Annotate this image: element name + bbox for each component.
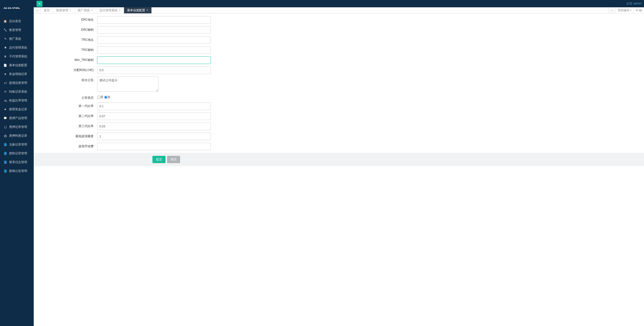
sidebar-toggle-button[interactable]: ≡ <box>36 1 43 7</box>
welcome-user[interactable]: admin <box>633 2 641 5</box>
header: ≡ 欢迎 admin <box>0 0 644 7</box>
welcome-prefix: 欢迎 <box>626 2 633 5</box>
welcome-text: 欢迎 admin <box>626 2 641 6</box>
hamburger-icon: ≡ <box>38 2 41 6</box>
